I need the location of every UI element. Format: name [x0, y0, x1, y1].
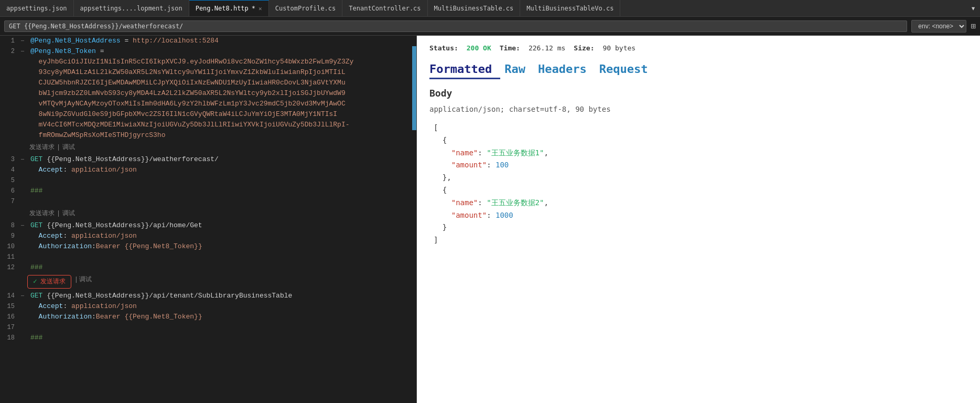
line-content-16[interactable]: Authorization:Bearer {{Peng.Net8_Token}} [28, 312, 416, 322]
line-number-empty [0, 99, 21, 99]
line-content-token-4[interactable]: bWljcm9zb2Z0LmNvbS93cy8yMDA4LzA2L2lkZW50… [28, 88, 412, 99]
response-status-bar: Status: 200 OK Time: 226.12 ms Size: 90 … [429, 44, 967, 52]
line-number-empty [0, 78, 21, 78]
code-line-2: 2 ─ @Peng.Net8_Token = [0, 46, 416, 57]
fold-icon-8[interactable]: ─ [21, 220, 28, 230]
tab-formatted[interactable]: Formatted [429, 60, 500, 79]
line-content-10[interactable]: Authorization:Bearer {{Peng.Net8_Token}} [28, 241, 416, 252]
json-close-obj-1: }, [443, 173, 451, 182]
line-content-6[interactable]: ### [28, 186, 416, 196]
response-tabs: Formatted Raw Headers Request [429, 60, 967, 79]
scroll-marker [412, 78, 416, 88]
json-open-obj-2: { [443, 186, 447, 194]
line-number-16: 16 [0, 312, 21, 322]
fold-icon-2[interactable]: ─ [21, 46, 28, 56]
scroll-marker [412, 46, 416, 57]
line-number-18: 18 [0, 333, 21, 343]
debug-link-3[interactable]: 调试 [79, 275, 92, 284]
code-line-token-4: bWljcm9zb2Z0LmNvbS93cy8yMDA4LzA2L2lkZW50… [0, 88, 416, 99]
line-number-11: 11 [0, 252, 21, 262]
tab-headers[interactable]: Headers [538, 60, 595, 79]
line-content-18[interactable]: ### [28, 333, 416, 343]
highlighted-send-button[interactable]: ✓ 发送请求 [27, 275, 71, 289]
code-editor[interactable]: 1 ─ @Peng.Net8_HostAddress = http://loca… [0, 36, 416, 343]
code-line-7: 7 [0, 196, 416, 207]
line-content-3[interactable]: GET {{Peng.Net8_HostAddress}}/weatherfor… [28, 154, 416, 165]
env-selector[interactable]: env: <none> [911, 20, 966, 33]
line-content-token-3[interactable]: CJUZW5hbnRJZCI6IjEwMDAwMDMiLCJpYXQiOiIxN… [28, 78, 412, 88]
line-content-8[interactable]: GET {{Peng.Net8_HostAddress}}/api/home/G… [28, 220, 416, 231]
code-line-16: 16 Authorization:Bearer {{Peng.Net8_Toke… [0, 312, 416, 322]
fold-icon-7 [21, 196, 28, 198]
code-line-6: 6 ### [0, 186, 416, 196]
url-bar: env: <none> ⊞ [0, 17, 980, 36]
tab-close-button[interactable]: ✕ [259, 5, 262, 12]
fold-icon-empty [21, 78, 28, 79]
line-content-token-1[interactable]: eyJhbGciOiJIUzI1NiIsInR5cCI6IkpXVCJ9.eyJ… [28, 57, 412, 67]
split-view-button[interactable]: ⊞ [971, 21, 976, 31]
scroll-marker [412, 57, 416, 67]
tab-multi-business-table-vo[interactable]: MultiBusinessTableVo.cs [520, 0, 620, 16]
code-line-5: 5 [0, 175, 416, 186]
fold-icon-empty [21, 130, 28, 132]
url-input[interactable] [4, 20, 907, 32]
line-content-token-8[interactable]: fmROmwZwMSpRsXoMIeSTHDjgyrcS3ho [28, 130, 416, 141]
tab-tenant-controller[interactable]: TenantController.cs [342, 0, 427, 16]
scroll-marker [412, 67, 416, 78]
line-content-token-2[interactable]: 93cy8yMDA1LzA1L2lkZW50aXR5L2NsYWltcy9uYW… [28, 67, 412, 78]
fold-icon-14[interactable]: ─ [21, 291, 28, 300]
send-request-action-1: 发送请求 | 调试 [29, 142, 75, 153]
fold-icon-3[interactable]: ─ [21, 154, 28, 164]
size-value: 90 bytes [603, 44, 636, 52]
code-line-17: 17 [0, 322, 416, 333]
code-line-8: 8 ─ GET {{Peng.Net8_HostAddress}}/api/ho… [0, 220, 416, 231]
line-content-15[interactable]: Accept: application/json [28, 301, 416, 312]
fold-icon-1[interactable]: ─ [21, 36, 28, 45]
line-number-empty [0, 88, 21, 89]
tab-appsettings-dev[interactable]: appsettings....lopment.json [74, 0, 189, 16]
line-content-12[interactable]: ### [28, 262, 416, 273]
send-request-highlighted[interactable]: 发送请求 [40, 277, 66, 287]
tab-overflow-button[interactable]: ▾ [966, 0, 980, 16]
fold-icon-18 [21, 333, 28, 334]
debug-link-1[interactable]: 调试 [62, 143, 75, 152]
code-line-token-8: fmROmwZwMSpRsXoMIeSTHDjgyrcS3ho [0, 130, 416, 141]
size-label: Size: [574, 44, 594, 52]
line-content-token-7[interactable]: mV4cCI6MTcxMDQzMDE1MiwiaXNzIjoiUGVuZy5Db… [28, 120, 412, 130]
code-line-14: 14 ─ GET {{Peng.Net8_HostAddress}}/api/t… [0, 291, 416, 301]
line-number-empty [0, 109, 21, 110]
code-line-15: 15 Accept: application/json [0, 301, 416, 312]
line-content-token-5[interactable]: vMTQvMjAyNCAyMzoyOToxMiIsImh0dHA6Ly9zY2h… [28, 99, 412, 109]
json-key-name-2: "name" [451, 198, 478, 207]
tab-peng-net8-http[interactable]: Peng.Net8.http * ✕ [189, 0, 269, 16]
line-number-3: 3 [0, 154, 21, 164]
tab-bar: appsettings.json appsettings....lopment.… [0, 0, 980, 17]
send-request-link-1[interactable]: 发送请求 [29, 143, 55, 152]
status-label: Status: [429, 44, 458, 52]
fold-icon-9 [21, 231, 28, 232]
scroll-marker [412, 99, 416, 109]
json-open-array: [ [434, 123, 438, 132]
line-number-17: 17 [0, 322, 21, 332]
line-content-9[interactable]: Accept: application/json [28, 231, 416, 241]
tab-raw[interactable]: Raw [504, 60, 534, 79]
json-close-obj-2: } [443, 223, 447, 231]
line-content-token-6[interactable]: 8wNi9pZGVudGl0eS9jbGFpbXMvc2ZSI6IlN1cGVy… [28, 109, 412, 120]
code-line-token-5: vMTQvMjAyNCAyMzoyOToxMiIsImh0dHA6Ly9zY2h… [0, 99, 416, 109]
fold-icon-empty [21, 88, 28, 90]
line-content-14[interactable]: GET {{Peng.Net8_HostAddress}}/api/tenant… [28, 291, 416, 301]
fold-icon-11 [21, 252, 28, 253]
tab-request[interactable]: Request [599, 60, 656, 79]
tab-multi-business-table[interactable]: MultiBusinessTable.cs [428, 0, 521, 16]
line-content-1[interactable]: @Peng.Net8_HostAddress = http://localhos… [28, 36, 416, 46]
debug-link-2[interactable]: 调试 [62, 209, 75, 218]
send-request-action-2: 发送请求 | 调试 [29, 208, 75, 219]
tab-custom-profile[interactable]: CustomProfile.cs [269, 0, 343, 16]
send-request-link-2[interactable]: 发送请求 [29, 209, 55, 218]
json-val-amount-2: 1000 [496, 211, 513, 219]
editor-panel: 1 ─ @Peng.Net8_HostAddress = http://loca… [0, 36, 417, 403]
line-content-2[interactable]: @Peng.Net8_Token = [28, 46, 412, 57]
line-content-4[interactable]: Accept: application/json [28, 165, 416, 175]
line-number-6: 6 [0, 186, 21, 196]
tab-appsettings-json[interactable]: appsettings.json [0, 0, 74, 16]
